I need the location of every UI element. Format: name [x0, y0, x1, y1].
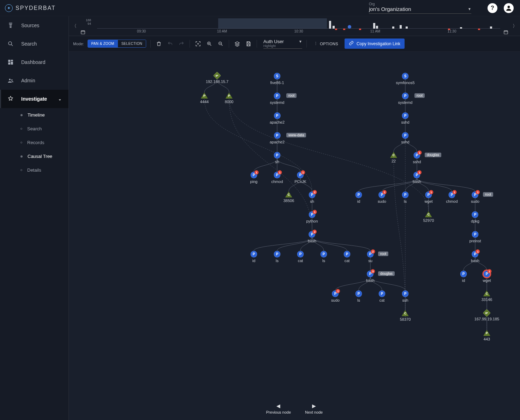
sidebar-item-sources[interactable]: Sources: [0, 16, 68, 35]
help-icon[interactable]: [488, 3, 497, 13]
causal-tree-canvas[interactable]: ◀ Previous node ▶ Next node IP192.168.15…: [69, 52, 520, 420]
timeline-bar[interactable]: [490, 26, 492, 29]
sub-item-causal-tree[interactable]: Causal Tree: [0, 149, 68, 163]
highlight-dropdown[interactable]: Auth User ▼ Highlight: [263, 39, 302, 49]
graph-node-cat2[interactable]: Pcat: [344, 251, 351, 263]
timeline-bar[interactable]: [392, 26, 394, 29]
node-orb[interactable]: [390, 152, 397, 158]
node-orb[interactable]: P: [321, 251, 327, 258]
next-node-button[interactable]: ▶ Next node: [305, 403, 323, 414]
graph-node-s1[interactable]: Sfive86-1: [270, 73, 284, 85]
node-orb[interactable]: P: [251, 251, 257, 258]
graph-node-id2[interactable]: Pid: [355, 191, 362, 203]
graph-node-c52970[interactable]: 52970: [423, 211, 434, 223]
graph-node-wget1[interactable]: P1wget: [424, 191, 432, 203]
node-orb[interactable]: P1: [449, 191, 455, 198]
graph-node-systemd2[interactable]: Psystemd: [398, 93, 413, 105]
sub-item-records[interactable]: Records: [0, 136, 68, 149]
sidebar-item-investigate[interactable]: Investigate ⌄: [0, 90, 68, 108]
node-orb[interactable]: P2: [367, 251, 374, 258]
node-orb[interactable]: P: [355, 191, 362, 198]
graph-node-chmod2[interactable]: P1chmod: [446, 191, 458, 203]
graph-node-ls2[interactable]: Pls: [321, 251, 327, 263]
graph-node-sshd2[interactable]: Psshd: [401, 132, 409, 144]
node-orb[interactable]: P: [274, 251, 281, 258]
graph-node-sshd3[interactable]: P1sshd: [413, 152, 421, 164]
node-orb[interactable]: P: [274, 93, 281, 99]
options-button[interactable]: ⋮ OPTIONS: [311, 40, 341, 48]
graph-node-ls4[interactable]: Pls: [402, 191, 409, 203]
graph-node-bash2[interactable]: P3bash: [366, 271, 375, 283]
selection-button[interactable]: SELECTION: [118, 40, 146, 47]
graph-node-c38506[interactable]: 38506: [283, 191, 294, 203]
timeline-bar[interactable]: [460, 27, 462, 29]
graph-node-ip1[interactable]: IP192.168.15.7: [206, 73, 228, 84]
node-orb[interactable]: P: [274, 132, 281, 139]
graph-node-ls3[interactable]: Pls: [355, 290, 362, 302]
graph-node-sudo1[interactable]: P1sudo: [331, 290, 340, 302]
node-orb[interactable]: [285, 191, 292, 197]
node-orb[interactable]: [201, 93, 208, 99]
timeline-bar[interactable]: [376, 26, 378, 29]
graph-node-cat1[interactable]: Pcat: [297, 251, 304, 263]
node-orb[interactable]: P: [274, 112, 281, 119]
copy-investigation-link-button[interactable]: Copy Investigation Link: [345, 39, 405, 49]
timeline-selection[interactable]: [218, 18, 327, 29]
graph-node-sshd1[interactable]: Psshd: [401, 112, 409, 124]
graph-node-sudo3[interactable]: P1sudo: [471, 191, 479, 203]
node-orb[interactable]: [483, 330, 490, 336]
save-icon[interactable]: [245, 40, 252, 48]
node-orb[interactable]: P1: [484, 271, 490, 277]
timeline-bar[interactable]: [406, 26, 408, 29]
graph-node-bash4[interactable]: P1bash: [471, 251, 479, 263]
node-orb[interactable]: P: [274, 152, 281, 159]
graph-node-c22[interactable]: 22: [390, 152, 397, 163]
graph-node-su[interactable]: P2su: [367, 251, 374, 263]
node-orb[interactable]: P1: [414, 152, 420, 159]
node-orb[interactable]: P: [379, 290, 385, 297]
sub-item-search[interactable]: Search: [0, 122, 68, 136]
graph-node-apache2b[interactable]: Papache2: [270, 132, 285, 144]
graph-node-id1[interactable]: Pid: [251, 251, 257, 263]
node-orb[interactable]: IP: [483, 309, 491, 317]
node-orb[interactable]: P1: [274, 172, 281, 178]
graph-node-sudo2[interactable]: P1sudo: [378, 191, 386, 203]
graph-node-pcxjk[interactable]: P1PCxJK: [294, 172, 306, 184]
node-orb[interactable]: S: [402, 73, 408, 79]
timeline-next-button[interactable]: 〉: [510, 21, 519, 31]
graph-node-bash3[interactable]: P1bash: [413, 172, 421, 184]
node-orb[interactable]: P2: [309, 191, 316, 198]
node-orb[interactable]: P1: [250, 172, 257, 178]
zoom-in-icon[interactable]: [205, 40, 213, 48]
graph-node-id3[interactable]: Pid: [460, 271, 467, 283]
node-orb[interactable]: IP: [213, 72, 221, 80]
node-orb[interactable]: P1: [413, 172, 420, 178]
pan-zoom-button[interactable]: PAN & ZOOM: [88, 40, 118, 47]
node-orb[interactable]: P: [402, 132, 409, 139]
graph-node-wget2[interactable]: P1wget: [483, 271, 491, 283]
node-orb[interactable]: S: [274, 73, 280, 79]
sub-item-timeline[interactable]: Timeline: [0, 108, 68, 122]
calendar-end-icon[interactable]: [503, 29, 509, 35]
node-orb[interactable]: P: [297, 251, 304, 258]
graph-node-ip2[interactable]: IP167.99.19.185: [474, 310, 499, 321]
graph-node-systemd1[interactable]: Psystemd: [270, 93, 285, 105]
timeline-strip[interactable]: 〈 〉 188 94 09:3010 AM10:3011 AM11:30: [69, 16, 520, 36]
sub-item-details[interactable]: Details: [0, 163, 68, 177]
node-orb[interactable]: [425, 211, 432, 217]
node-orb[interactable]: P1: [297, 172, 304, 178]
node-orb[interactable]: P: [355, 290, 362, 297]
node-orb[interactable]: P: [460, 271, 467, 277]
sidebar-item-admin[interactable]: Admin: [0, 71, 68, 90]
node-orb[interactable]: P: [402, 93, 409, 99]
sidebar-item-search[interactable]: Search: [0, 35, 68, 53]
graph-node-bash1[interactable]: P2bash: [308, 231, 316, 243]
graph-node-preinst[interactable]: Ppreinst: [469, 231, 481, 243]
node-orb[interactable]: [226, 93, 233, 99]
node-orb[interactable]: P: [344, 251, 351, 258]
timeline-bar[interactable]: [329, 21, 331, 29]
node-orb[interactable]: P1: [425, 191, 432, 198]
graph-node-p4444[interactable]: 4444: [200, 93, 209, 104]
org-selector[interactable]: Org jon's Organization ▼: [369, 2, 471, 14]
fit-icon[interactable]: [194, 40, 202, 48]
